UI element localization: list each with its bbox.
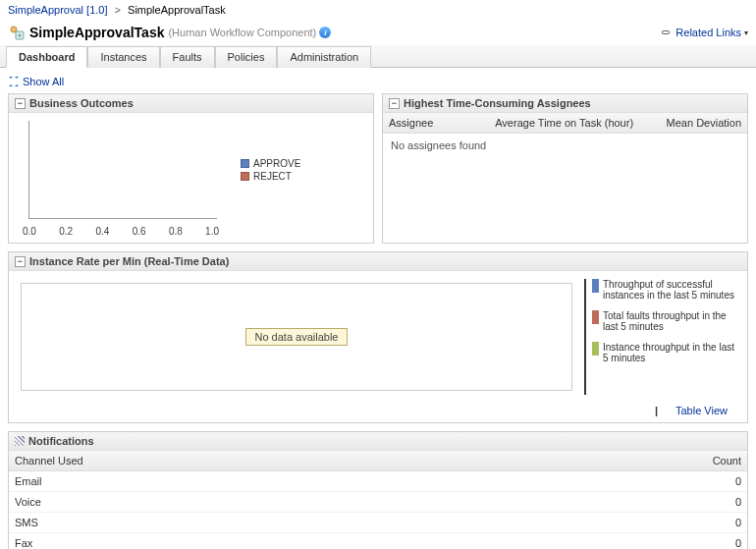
info-icon[interactable]: i [319,27,331,38]
table-view-link[interactable]: Table View [675,405,728,416]
legend-swatch [592,342,599,356]
collapse-icon[interactable]: − [389,98,400,109]
table-row: SMS0 [9,513,747,533]
legend-item-approve: APPROVE [241,158,300,169]
breadcrumb: SimpleApproval [1.0] > SimpleApprovalTas… [0,0,756,20]
breadcrumb-parent[interactable]: SimpleApproval [1.0] [8,4,108,16]
legend-item: Total faults throughput in the last 5 mi… [592,310,741,332]
legend-swatch [592,279,599,293]
assignees-header: − Highest Time-Consuming Assignees [383,94,747,113]
table-row: Fax0 [9,533,747,550]
no-data-message: No data available [245,328,347,346]
assignees-table: Assignee Average Time on Task (hour) Mea… [383,113,747,134]
tab-administration[interactable]: Administration [277,46,371,68]
expand-all-icon [8,76,20,87]
instance-rate-header: − Instance Rate per Min (Real-Time Data) [9,252,747,271]
tab-bar: Dashboard Instances Faults Policies Admi… [0,45,756,68]
related-links-label: Related Links [675,27,741,38]
assignees-title: Highest Time-Consuming Assignees [404,97,591,109]
notifications-table: Channel Used Count Email0 Voice0 SMS0 Fa… [9,451,747,549]
collapse-icon[interactable]: − [15,256,26,267]
assignees-panel: − Highest Time-Consuming Assignees Assig… [382,93,748,244]
instance-rate-legend: Throughput of successful instances in th… [584,279,741,395]
legend-swatch [241,159,249,168]
workflow-component-icon [8,24,26,41]
instance-rate-chart: No data available [9,271,584,403]
footer-divider: | [655,405,658,416]
legend-swatch [241,172,249,181]
dashboard-content: Show All − Business Outcomes 0.0 0.2 0.4… [0,68,756,549]
assignees-empty: No assignees found [383,134,747,157]
legend-item: Instance throughput in the last 5 minute… [592,342,741,363]
business-outcomes-chart: 0.0 0.2 0.4 0.6 0.8 1.0 APPROVE [9,113,373,243]
svg-point-2 [19,34,22,37]
business-outcomes-legend: APPROVE REJECT [221,119,300,237]
tab-faults[interactable]: Faults [160,46,215,68]
instance-rate-title: Instance Rate per Min (Real-Time Data) [29,255,229,267]
breadcrumb-current: SimpleApprovalTask [128,4,226,16]
chevron-down-icon: ▾ [744,28,748,37]
legend-swatch [592,310,599,324]
table-row: Voice0 [9,492,747,513]
col-count[interactable]: Count [499,451,747,471]
business-outcomes-panel: − Business Outcomes 0.0 0.2 0.4 0.6 0.8 … [8,93,374,244]
business-outcomes-title: Business Outcomes [29,97,134,109]
show-all-link[interactable]: Show All [8,76,748,87]
col-channel[interactable]: Channel Used [9,451,499,471]
col-mean-dev[interactable]: Mean Deviation [639,113,747,134]
business-outcomes-header: − Business Outcomes [9,94,373,113]
notifications-header: Notifications [9,432,747,451]
page-subtitle: (Human Workflow Component) [168,27,316,38]
breadcrumb-separator: > [115,4,121,16]
tab-instances[interactable]: Instances [87,46,159,68]
collapse-icon[interactable]: − [15,98,26,109]
tab-policies[interactable]: Policies [215,46,278,68]
link-icon [659,27,673,37]
page-title: SimpleApprovalTask [29,25,164,40]
tab-dashboard[interactable]: Dashboard [6,46,87,68]
grip-icon[interactable] [15,436,25,446]
legend-item-reject: REJECT [241,171,300,182]
notifications-title: Notifications [28,435,94,447]
notifications-panel: Notifications Channel Used Count Email0 … [8,431,748,549]
col-avg-time[interactable]: Average Time on Task (hour) [453,113,639,134]
page-header: SimpleApprovalTask (Human Workflow Compo… [0,20,756,45]
instance-rate-panel: − Instance Rate per Min (Real-Time Data)… [8,251,748,423]
table-row: Email0 [9,471,747,492]
show-all-label: Show All [23,76,64,87]
legend-item: Throughput of successful instances in th… [592,279,741,301]
chart-x-axis: 0.0 0.2 0.4 0.6 0.8 1.0 [23,226,219,237]
related-links-menu[interactable]: Related Links ▾ [659,27,748,38]
col-assignee[interactable]: Assignee [383,113,453,134]
